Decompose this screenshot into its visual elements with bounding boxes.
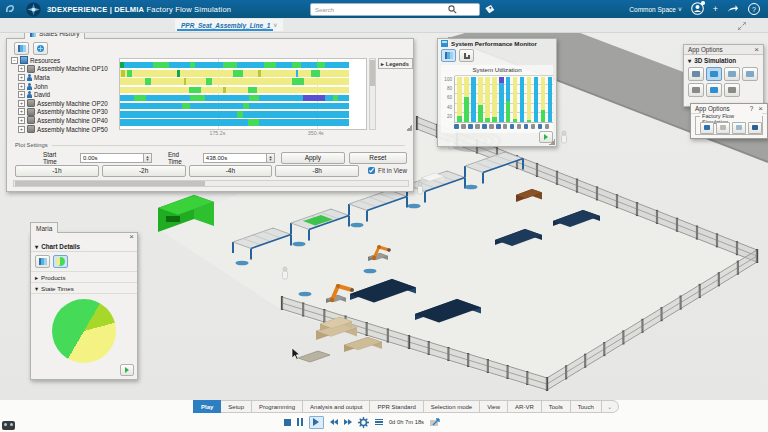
action-bar-overflow-icon[interactable]: ⌄ [602, 400, 619, 413]
action-tab-view[interactable]: View [480, 400, 508, 413]
close-chart-icon[interactable] [459, 49, 474, 62]
export-chart-icon[interactable] [430, 417, 442, 427]
tree-expand-icon[interactable]: + [18, 83, 25, 90]
tree-expand-icon[interactable]: + [18, 117, 25, 124]
search-icon[interactable] [448, 5, 457, 14]
tree-collapse-icon[interactable]: − [11, 57, 18, 64]
tree-item-row[interactable]: +Assembly Machine OP10 [11, 65, 121, 74]
camera-icon[interactable] [732, 122, 746, 134]
document-tab[interactable]: PPR_Seat_Assembly_Line_1 ˅ [175, 19, 283, 31]
playback-controls: 0d 0h 7m 18s [284, 414, 442, 430]
state-times-section[interactable]: ▾ State Times [31, 283, 137, 294]
system-performance-monitor-panel: System Performance Monitor System Utiliz… [437, 38, 557, 147]
path-icon[interactable] [716, 122, 730, 134]
close-icon[interactable]: × [754, 47, 759, 53]
tree-item-row[interactable]: +Assembly Machine OP50 [11, 125, 121, 134]
close-icon[interactable]: × [129, 234, 134, 240]
tree-item-row[interactable]: +Assembly Machine OP40 [11, 116, 121, 125]
action-tab-touch[interactable]: Touch [571, 400, 602, 413]
robot-assistant-icon[interactable] [2, 421, 15, 430]
tree-root-row[interactable]: − Resources [11, 56, 121, 65]
simulate-icon[interactable] [706, 67, 722, 81]
play-button[interactable] [309, 416, 324, 429]
fast-forward-button[interactable] [344, 419, 352, 425]
export-icon[interactable] [688, 83, 704, 97]
tree-item-row[interactable]: +David [11, 90, 121, 99]
quick-offset-button[interactable]: -1h [15, 165, 99, 177]
states-gantt-chart[interactable] [119, 58, 367, 130]
pie-chart-icon[interactable] [53, 255, 68, 268]
start-time-stepper[interactable]: ▲▼ [144, 153, 152, 163]
tree-expand-icon[interactable]: + [18, 74, 25, 81]
robot-task-icon[interactable] [724, 67, 740, 81]
quick-offset-button[interactable]: -2h [102, 165, 186, 177]
rewind-button[interactable] [330, 419, 338, 425]
share-icon[interactable] [727, 4, 739, 14]
gantt-vertical-scrollbar[interactable] [369, 58, 376, 130]
resize-grip-icon[interactable] [406, 125, 412, 131]
action-tab-analysis-and-output[interactable]: Analysis and output [303, 400, 370, 413]
action-tab-play[interactable]: Play [193, 400, 221, 413]
utilization-bar-group [457, 76, 552, 122]
scenario-list-icon[interactable] [375, 419, 383, 426]
tree-item-row[interactable]: +Assembly Machine OP30 [11, 108, 121, 117]
end-time-stepper[interactable]: ▲▼ [267, 153, 275, 163]
quick-offset-button[interactable]: -4h [189, 165, 273, 177]
fit-in-view-checkbox[interactable] [368, 167, 375, 174]
playback-settings-gear-icon[interactable] [358, 417, 369, 428]
expand-viewport-icon[interactable] [738, 22, 746, 31]
bar-chart-icon[interactable] [35, 255, 50, 268]
help-icon[interactable]: ? [748, 3, 760, 15]
probe-icon[interactable] [748, 122, 762, 134]
help-icon[interactable]: ? [750, 105, 754, 112]
reset-button[interactable]: Reset [349, 152, 407, 164]
action-tab-ppr-standard[interactable]: PPR Standard [370, 400, 423, 413]
tree-item-row[interactable]: +Assembly Machine OP20 [11, 99, 121, 108]
tree-expand-icon[interactable]: + [18, 100, 25, 107]
end-time-input[interactable] [203, 153, 267, 163]
compass-icon[interactable] [26, 2, 41, 17]
refresh-chart-icon[interactable] [33, 42, 48, 55]
space-selector[interactable]: Common Space ˅ [629, 6, 681, 13]
start-time-input[interactable] [80, 153, 144, 163]
maria-tab[interactable]: Maria [30, 222, 58, 233]
legends-expander[interactable]: ▸ Legends [378, 58, 413, 69]
media-icon[interactable] [706, 83, 722, 97]
flow-analysis-icon[interactable] [742, 67, 758, 81]
action-tab-programming[interactable]: Programming [252, 400, 303, 413]
resource-label: Assembly Machine OP50 [37, 126, 108, 133]
chart-settings-icon[interactable] [14, 42, 29, 55]
pause-button[interactable] [297, 418, 303, 426]
action-tab-tools[interactable]: Tools [542, 400, 571, 413]
resize-grip-icon[interactable] [549, 139, 555, 145]
action-tab-ar-vr[interactable]: AR-VR [508, 400, 542, 413]
action-tab-selection-mode[interactable]: Selection mode [424, 400, 480, 413]
tree-expand-icon[interactable]: + [18, 108, 25, 115]
worker-icon[interactable] [700, 122, 714, 134]
chart-action-button[interactable] [120, 364, 134, 376]
quick-offset-button[interactable]: -8h [275, 165, 359, 177]
section-3d-simulation[interactable]: ▾ 3D Simulation [684, 55, 763, 66]
profile-avatar[interactable] [691, 2, 704, 16]
action-tab-setup[interactable]: Setup [221, 400, 252, 413]
apply-button[interactable]: Apply [281, 152, 345, 164]
products-label: Products [41, 274, 65, 281]
tree-expand-icon[interactable]: + [18, 91, 25, 98]
tree-item-row[interactable]: +Maria [11, 73, 121, 82]
add-resource-icon[interactable] [688, 67, 704, 81]
utilization-view-icon[interactable] [441, 49, 456, 62]
tree-expand-icon[interactable]: + [18, 65, 25, 72]
tab-chevron-icon[interactable]: ˅ [273, 22, 277, 29]
snapshot-icon[interactable] [724, 83, 740, 97]
fit-in-view-option[interactable]: Fit in View [368, 167, 407, 174]
close-icon[interactable]: × [758, 106, 763, 112]
tree-expand-icon[interactable]: + [18, 126, 25, 133]
fit-in-view-label: Fit in View [378, 167, 407, 174]
products-section[interactable]: ▸ Products [31, 271, 137, 283]
gantt-horizontal-scrollbar[interactable] [13, 180, 409, 187]
chart-details-section[interactable]: ▾ Chart Details [31, 241, 137, 252]
tag-icon[interactable] [484, 4, 495, 15]
tree-item-row[interactable]: +John [11, 82, 121, 91]
add-icon[interactable]: + [713, 5, 718, 14]
stop-button[interactable] [284, 419, 291, 426]
